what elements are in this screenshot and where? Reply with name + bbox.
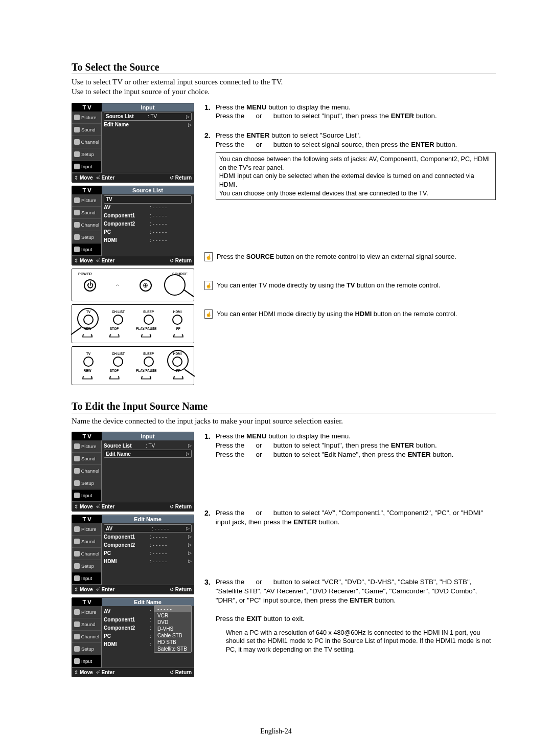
nav-setup: Setup: [81, 234, 94, 240]
enter-icon: [96, 587, 100, 592]
step-num: 1.: [204, 103, 211, 121]
ff-button: [173, 373, 183, 380]
step-num: 2.: [204, 508, 211, 527]
osd-footer: ⇕Move Enter Return: [72, 502, 194, 511]
lbl-hdmi: HDMI: [104, 641, 150, 647]
osd-title: Source List: [102, 186, 194, 194]
remote-source: POWER SOURCE ⏻ ∴ ⊕: [72, 269, 194, 301]
lbl-comp1: Component1: [104, 617, 150, 622]
source-button: ⊕: [140, 279, 152, 292]
nav-input: Input: [81, 493, 92, 498]
osd-source-list: T V Source List Picture Sound Channel Se…: [72, 186, 194, 265]
nav-sound: Sound: [81, 621, 95, 627]
updown-icon: ⇕: [74, 175, 78, 181]
step-line: Press the or button to select "AV", "Com…: [216, 509, 484, 526]
hint: ☝You can enter TV mode directly by using…: [204, 281, 496, 290]
return-icon: [170, 587, 174, 592]
nav-input: Input: [81, 247, 92, 252]
lbl: FF: [176, 327, 180, 330]
osd-brand: T V: [72, 103, 102, 112]
val: : - - - - -: [150, 542, 178, 548]
intro-text: Name the device connected to the input j…: [72, 416, 496, 426]
hand-icon: ☝: [204, 309, 213, 319]
nav-channel: Channel: [81, 551, 99, 557]
osd-nav: Picture Sound Channel Setup Input: [72, 523, 102, 585]
remote-hdmi: TV CH LIST SLEEP HDMI REW STOP PLAY/PAUS…: [72, 346, 194, 385]
highlight-circle-icon: [164, 274, 186, 296]
menu-item-source-list: Source List : TV ▷: [104, 113, 192, 121]
osd-editname-dropdown: T V Edit Name Picture Sound Channel Setu…: [72, 597, 194, 677]
lbl: CH LIST: [112, 310, 125, 314]
hint: ☝You can enter HDMI mode directly by usi…: [204, 309, 496, 319]
nav-picture: Picture: [81, 526, 97, 532]
sleep-button: [144, 357, 154, 367]
val: : - - - - -: [150, 221, 178, 227]
osd-nav: Picture Sound Channel Setup Input: [72, 606, 102, 668]
dd-opt: HD STB: [154, 639, 191, 646]
val: : - - - - -: [150, 213, 178, 218]
step-line: Press the EXIT button to exit.: [216, 615, 305, 622]
enter-icon: [96, 258, 100, 263]
power-button: ⏻: [84, 279, 96, 292]
section-heading: To Edit the Input Source Name: [72, 401, 496, 413]
lbl: Component1: [104, 213, 150, 218]
editname-dropdown: - - - - - VCR DVD D-VHS Cable STB HD STB…: [154, 605, 192, 653]
hint-text: You can enter HDMI mode directly by usin…: [217, 309, 457, 319]
nav-picture: Picture: [81, 609, 97, 615]
nav-channel: Channel: [81, 468, 99, 474]
menu-item-edit-name: Edit Name ▷: [104, 121, 192, 129]
lbl: REW: [84, 369, 91, 372]
foot-return: Return: [175, 175, 192, 181]
step-1: 1. Press the MENU button to display the …: [204, 103, 496, 121]
osd-input-edit: T V Input Picture Sound Channel Setup In…: [72, 432, 194, 512]
step-3: 3. Press the or button to select "VCR", …: [204, 577, 496, 656]
foot-move: Move: [80, 670, 93, 675]
osd-nav: Picture Sound Channel Setup Input: [72, 112, 102, 173]
nav-sound: Sound: [81, 127, 95, 132]
hint-text: You can enter TV mode directly by using …: [217, 281, 441, 290]
lbl-comp2: Component2: [104, 542, 150, 548]
nav-sound: Sound: [81, 539, 95, 544]
tv-button: [83, 357, 94, 367]
nav-input: Input: [81, 658, 92, 664]
page-number: English-24: [0, 727, 552, 736]
chevron-right-icon: ▷: [186, 451, 190, 456]
note-line: HDMI input can only be selected when the…: [219, 172, 474, 188]
step-2: 2. Press the ENTER button to select "Sou…: [204, 131, 496, 200]
step-line: Press the or button to select "Input", t…: [216, 112, 437, 120]
dd-sel: - - - - -: [154, 606, 191, 612]
intro-line: Use to select TV or other external input…: [72, 78, 283, 86]
ff-button: [173, 331, 183, 338]
lbl: CH LIST: [112, 352, 125, 355]
osd-nav: Picture Sound Channel Setup Input: [72, 440, 102, 502]
nav-sound: Sound: [81, 210, 95, 215]
val: : - - - - -: [150, 550, 178, 556]
lbl: Edit Name: [106, 451, 148, 457]
step-num: 3.: [204, 577, 211, 656]
hand-icon: ☝: [204, 281, 213, 290]
highlight-circle-icon: [167, 350, 189, 371]
lbl: PC: [104, 229, 150, 235]
foot-return: Return: [175, 258, 192, 263]
dd-opt: Satellite STB: [154, 646, 191, 652]
osd-footer: ⇕Move Enter Return: [72, 668, 194, 677]
osd-brand: T V: [72, 515, 102, 523]
lbl: Edit Name: [104, 122, 146, 127]
enter-icon: [96, 504, 100, 509]
note-box: When a PC with a resolution of 640 x 480…: [216, 627, 496, 656]
foot-move: Move: [80, 175, 93, 181]
chevron-right-icon: ▷: [188, 443, 192, 448]
nav-sound: Sound: [81, 456, 95, 461]
hint-text: Press the SOURCE button on the remote co…: [217, 252, 456, 261]
osd-nav: Picture Sound Channel Setup Input: [72, 194, 102, 256]
nav-setup: Setup: [81, 151, 94, 157]
foot-return: Return: [175, 587, 192, 592]
val: : - - - - -: [150, 205, 178, 210]
dd-opt: VCR: [154, 612, 191, 619]
note-box: You can choose between the following set…: [216, 152, 496, 201]
stop-button: [109, 373, 120, 380]
chlist-button: [113, 357, 123, 367]
lbl: TV: [106, 196, 152, 202]
dd-opt: Cable STB: [154, 632, 191, 639]
lbl-pc: PC: [104, 550, 150, 556]
